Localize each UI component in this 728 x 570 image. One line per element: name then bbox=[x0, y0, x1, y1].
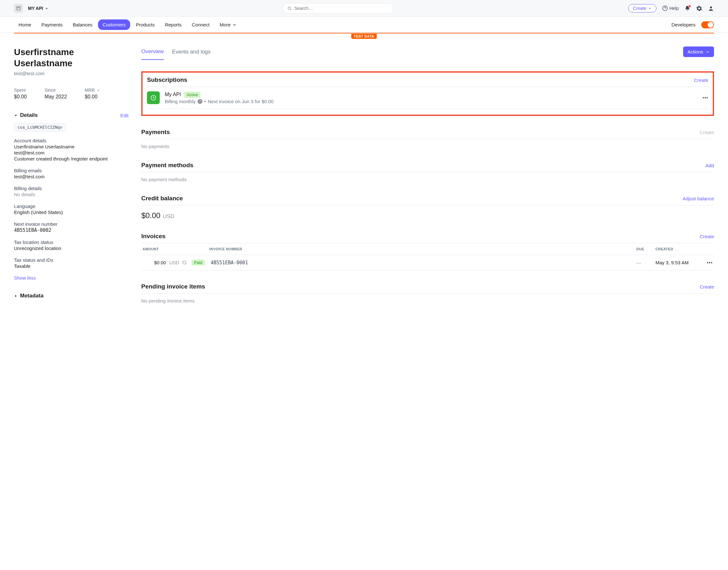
stat-mrr-value: $0.00 bbox=[85, 94, 97, 100]
test-mode-toggle[interactable] bbox=[701, 21, 714, 28]
tab-overview[interactable]: Overview bbox=[141, 46, 164, 60]
payment-methods-heading: Payment methods bbox=[141, 162, 193, 169]
payments-empty: No payments bbox=[141, 144, 714, 149]
subscription-more-button[interactable]: ••• bbox=[703, 95, 708, 100]
billing-details-label: Billing details bbox=[14, 186, 128, 191]
customer-last-name: Userlastname bbox=[14, 58, 73, 68]
subscriptions-create-link[interactable]: Create bbox=[694, 77, 708, 83]
recurring-icon bbox=[182, 260, 191, 265]
nav-connect[interactable]: Connect bbox=[187, 19, 214, 30]
details-heading: Details bbox=[20, 112, 38, 118]
invoice-row[interactable]: $0.00 USD Paid 4B551EBA-0001 — May 3, 9:… bbox=[141, 255, 714, 270]
customer-first-name: Userfirstname bbox=[14, 47, 74, 57]
create-button[interactable]: Create bbox=[628, 4, 656, 12]
account-email: test@test.com bbox=[14, 150, 128, 156]
nav-payments[interactable]: Payments bbox=[37, 19, 67, 30]
user-icon bbox=[708, 5, 714, 11]
credit-balance-amount: $0.00 bbox=[141, 211, 160, 220]
payment-methods-empty: No payment methods bbox=[141, 177, 714, 182]
invoices-heading: Invoices bbox=[141, 233, 165, 240]
store-name-text: MY API bbox=[28, 6, 43, 11]
subscriptions-heading: Subscriptions bbox=[147, 76, 187, 83]
language-value: English (United States) bbox=[14, 210, 128, 215]
customer-email: test@test.com bbox=[14, 71, 128, 76]
nav-developers[interactable]: Developers bbox=[667, 19, 696, 30]
stat-spent-value: $0.00 bbox=[14, 94, 27, 100]
settings-button[interactable] bbox=[696, 5, 702, 11]
caret-right-icon bbox=[14, 294, 17, 298]
clock-icon bbox=[147, 91, 160, 104]
subscription-name: My API bbox=[165, 92, 181, 97]
chevron-down-icon bbox=[648, 7, 652, 10]
search-icon bbox=[287, 6, 292, 11]
stat-spent: Spent $0.00 bbox=[14, 87, 27, 100]
payment-methods-add-link[interactable]: Add bbox=[705, 163, 714, 168]
account-details-label: Account details bbox=[14, 138, 128, 143]
adjust-balance-link[interactable]: Adjust balance bbox=[683, 196, 714, 201]
col-invoice-number: INVOICE NUMBER bbox=[209, 247, 636, 251]
create-label: Create bbox=[633, 6, 646, 11]
actions-label: Actions bbox=[688, 49, 703, 54]
stat-since-value: May 2022 bbox=[45, 94, 67, 100]
payments-create-link: Create bbox=[700, 129, 714, 135]
invoice-currency: USD bbox=[166, 260, 182, 265]
language-label: Language bbox=[14, 204, 128, 209]
test-data-badge: TEST DATA bbox=[351, 34, 377, 39]
customer-name: Userfirstname Userlastname bbox=[14, 46, 128, 69]
main-nav: Home Payments Balances Customers Product… bbox=[0, 17, 728, 33]
col-created: CREATED bbox=[655, 247, 713, 251]
caret-down-icon bbox=[14, 114, 17, 117]
search-input[interactable] bbox=[294, 6, 389, 11]
subscription-next: Next invoice on Jun 3 for $0.00 bbox=[208, 99, 274, 104]
nav-home[interactable]: Home bbox=[14, 19, 36, 30]
edit-details-link[interactable]: Edit bbox=[120, 113, 128, 118]
svg-point-0 bbox=[288, 7, 291, 9]
nav-more[interactable]: More bbox=[215, 19, 241, 30]
tax-status-label: Tax status and IDs bbox=[14, 257, 128, 263]
actions-button[interactable]: Actions bbox=[683, 46, 714, 57]
tax-status-value: Taxable bbox=[14, 263, 128, 269]
metadata-toggle[interactable]: Metadata bbox=[14, 293, 44, 299]
pending-create-link[interactable]: Create bbox=[700, 284, 714, 289]
profile-button[interactable] bbox=[708, 5, 714, 11]
pending-empty: No pending invoice items bbox=[141, 298, 714, 303]
help-tooltip-icon[interactable]: ? bbox=[198, 99, 202, 104]
col-amount: AMOUNT bbox=[142, 247, 209, 251]
notification-badge bbox=[688, 5, 691, 8]
nav-balances[interactable]: Balances bbox=[68, 19, 97, 30]
credit-balance-currency: USD bbox=[163, 213, 174, 220]
help-label: Help bbox=[669, 6, 679, 11]
detail-tabs: Overview Events and logs bbox=[141, 46, 211, 60]
gear-icon bbox=[696, 5, 702, 11]
topbar: MY API Create Help bbox=[0, 0, 728, 17]
payments-heading: Payments bbox=[141, 128, 170, 135]
search-input-wrap[interactable] bbox=[282, 3, 394, 13]
svg-point-2 bbox=[710, 6, 712, 8]
stat-since-label: Since bbox=[45, 87, 67, 93]
billing-email: test@test.com bbox=[14, 174, 128, 179]
show-less-link[interactable]: Show less bbox=[14, 275, 36, 281]
help-link[interactable]: Help bbox=[662, 5, 679, 11]
chevron-down-icon bbox=[45, 7, 48, 10]
invoices-create-link[interactable]: Create bbox=[700, 234, 714, 239]
tab-events[interactable]: Events and logs bbox=[172, 47, 211, 59]
nav-reports[interactable]: Reports bbox=[160, 19, 186, 30]
subscriptions-highlight: Subscriptions Create My API Active Billi… bbox=[141, 71, 714, 116]
created-note: Customer created through /register endpo… bbox=[14, 156, 128, 162]
next-invoice-value: 4B551EBA-0002 bbox=[14, 227, 128, 233]
notifications-button[interactable] bbox=[684, 5, 690, 11]
test-data-badge-wrap: TEST DATA bbox=[0, 33, 728, 39]
chevron-down-icon bbox=[232, 23, 236, 27]
nav-customers[interactable]: Customers bbox=[98, 19, 130, 30]
customer-id[interactable]: cus_LcbMCHIlCIZNqv bbox=[14, 123, 66, 131]
details-toggle[interactable]: Details bbox=[14, 112, 38, 118]
metadata-heading: Metadata bbox=[20, 293, 44, 299]
subscription-row[interactable]: My API Active Billing monthly ? • Next i… bbox=[147, 87, 708, 109]
invoice-due: — bbox=[636, 260, 655, 265]
store-selector[interactable]: MY API bbox=[28, 6, 48, 11]
chevron-down-icon[interactable] bbox=[96, 88, 100, 92]
help-icon bbox=[662, 5, 668, 11]
nav-products[interactable]: Products bbox=[131, 19, 159, 30]
invoice-more-button[interactable]: ••• bbox=[703, 260, 713, 265]
col-due: DUE bbox=[636, 247, 655, 251]
